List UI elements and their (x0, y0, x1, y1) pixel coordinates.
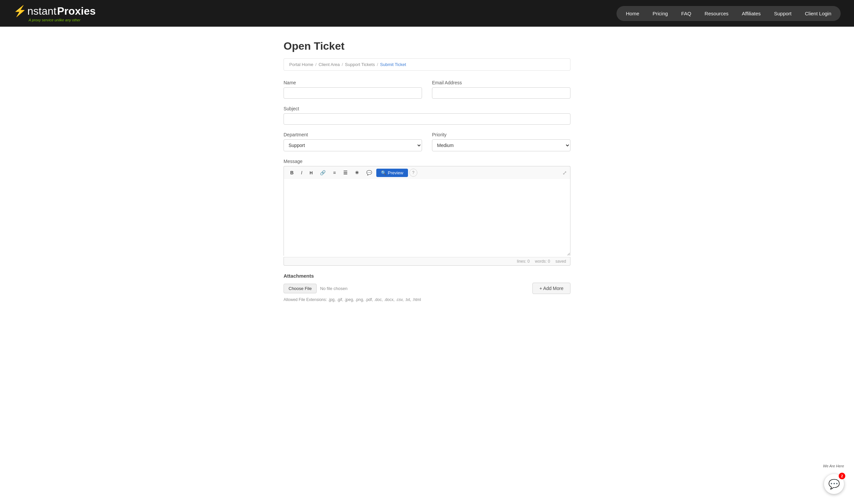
logo-bolt: ⚡ (13, 5, 27, 17)
nav-faq[interactable]: FAQ (675, 8, 697, 19)
subject-label: Subject (283, 106, 571, 111)
link-button[interactable]: 🔗 (317, 168, 329, 177)
breadcrumb: Portal Home / Client Area / Support Tick… (283, 58, 571, 71)
nav-client-login[interactable]: Client Login (799, 8, 837, 19)
open-ticket-form: Name Email Address Subject Department Su… (283, 80, 571, 302)
no-file-text: No file chosen (320, 286, 347, 291)
department-select[interactable]: Support Sales Billing (283, 139, 422, 151)
logo[interactable]: ⚡ nstant Proxies A proxy service unlike … (13, 5, 96, 22)
email-label: Email Address (432, 80, 571, 85)
editor-footer: lines: 0 words: 0 saved (283, 257, 571, 266)
preview-label: Preview (388, 170, 403, 175)
file-choose-area: Choose File No file chosen (283, 284, 348, 293)
italic-button[interactable]: I (298, 168, 305, 177)
nav-resources[interactable]: Resources (699, 8, 735, 19)
allowed-extensions: Allowed File Extensions: .jpg, .gif, .jp… (283, 297, 571, 302)
add-more-button[interactable]: + Add More (533, 283, 571, 294)
breadcrumb-submit-ticket: Submit Ticket (380, 62, 406, 67)
ordered-list-button[interactable]: ≡ (330, 168, 338, 177)
nav-support[interactable]: Support (768, 8, 798, 19)
attachments-label: Attachments (283, 273, 571, 279)
words-count: words: 0 (535, 259, 550, 264)
message-section: Message B I H 🔗 ≡ ☰ ✳ 💬 🔍 Preview ? ⤢ li (283, 159, 571, 266)
nav-affiliates[interactable]: Affiliates (736, 8, 767, 19)
email-group: Email Address (432, 80, 571, 99)
department-label: Department (283, 132, 422, 137)
subject-input[interactable] (283, 113, 571, 125)
help-button[interactable]: ? (409, 169, 417, 177)
heading-button[interactable]: H (307, 169, 316, 177)
saved-status: saved (555, 259, 566, 264)
subject-group: Subject (283, 106, 571, 125)
main-nav: Home Pricing FAQ Resources Affiliates Su… (616, 6, 841, 21)
message-label: Message (283, 159, 571, 164)
asterisk-button[interactable]: ✳ (352, 168, 362, 177)
priority-select[interactable]: Low Medium High (432, 139, 571, 151)
logo-proxies: Proxies (57, 5, 96, 17)
quote-button[interactable]: 💬 (363, 168, 375, 177)
breadcrumb-sep3: / (377, 62, 378, 67)
preview-icon: 🔍 (381, 170, 386, 175)
editor-toolbar: B I H 🔗 ≡ ☰ ✳ 💬 🔍 Preview ? ⤢ (283, 166, 571, 179)
name-label: Name (283, 80, 422, 85)
attachments-row: Choose File No file chosen + Add More (283, 283, 571, 294)
breadcrumb-sep2: / (342, 62, 343, 67)
lines-count: lines: 0 (517, 259, 530, 264)
page-title: Open Ticket (283, 40, 571, 52)
logo-instant: nstant (27, 5, 56, 17)
nav-pricing[interactable]: Pricing (646, 8, 674, 19)
priority-group: Priority Low Medium High (432, 132, 571, 151)
nav-home[interactable]: Home (620, 8, 645, 19)
breadcrumb-support-tickets[interactable]: Support Tickets (345, 62, 375, 67)
name-email-row: Name Email Address (283, 80, 571, 99)
name-input[interactable] (283, 87, 422, 99)
priority-label: Priority (432, 132, 571, 137)
main-content: Open Ticket Portal Home / Client Area / … (277, 27, 577, 329)
breadcrumb-portal-home[interactable]: Portal Home (289, 62, 313, 67)
unordered-list-button[interactable]: ☰ (340, 168, 351, 177)
dept-priority-row: Department Support Sales Billing Priorit… (283, 132, 571, 151)
department-group: Department Support Sales Billing (283, 132, 422, 151)
name-group: Name (283, 80, 422, 99)
expand-button[interactable]: ⤢ (562, 170, 567, 176)
attachments-section: Attachments Choose File No file chosen +… (283, 273, 571, 302)
breadcrumb-sep1: / (315, 62, 317, 67)
header: ⚡ nstant Proxies A proxy service unlike … (0, 0, 854, 27)
bold-button[interactable]: B (287, 168, 297, 177)
breadcrumb-client-area[interactable]: Client Area (318, 62, 340, 67)
logo-tagline: A proxy service unlike any other (13, 18, 96, 22)
preview-button[interactable]: 🔍 Preview (376, 169, 408, 177)
message-textarea[interactable] (283, 179, 571, 256)
choose-file-button[interactable]: Choose File (283, 284, 317, 293)
email-input[interactable] (432, 87, 571, 99)
